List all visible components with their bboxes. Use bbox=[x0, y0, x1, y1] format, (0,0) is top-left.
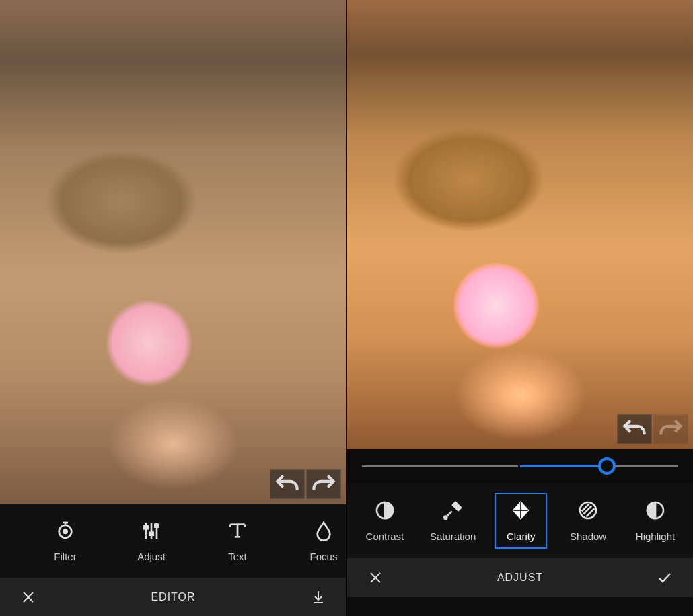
redo-button[interactable] bbox=[653, 414, 688, 444]
editor-pane: Filter Adjust Text Focus EDITOR bbox=[0, 0, 346, 616]
contrast-tool[interactable]: Contrast bbox=[359, 493, 411, 549]
contrast-icon bbox=[374, 500, 396, 521]
shadow-tool[interactable]: Shadow bbox=[562, 493, 614, 549]
image-canvas[interactable] bbox=[0, 0, 346, 504]
tool-label: Adjust bbox=[137, 551, 166, 562]
eyedropper-icon bbox=[442, 500, 464, 521]
saturation-tool[interactable]: Saturation bbox=[426, 493, 480, 549]
photo-preview bbox=[347, 0, 693, 449]
mode-title: EDITOR bbox=[42, 591, 305, 603]
mode-title: ADJUST bbox=[389, 572, 651, 584]
tool-label: Clarity bbox=[507, 531, 536, 542]
svg-point-12 bbox=[444, 516, 447, 518]
filter-icon bbox=[54, 520, 76, 541]
confirm-button[interactable] bbox=[651, 570, 678, 586]
tool-label: Text bbox=[228, 551, 247, 562]
highlight-tool[interactable]: Highlight bbox=[629, 493, 682, 549]
tool-label: Focus bbox=[310, 551, 338, 562]
editor-tool-row: Filter Adjust Text Focus bbox=[0, 504, 346, 578]
svg-rect-5 bbox=[144, 527, 147, 529]
sliders-icon bbox=[141, 520, 162, 541]
download-button[interactable] bbox=[305, 589, 332, 605]
clarity-tool[interactable]: Clarity bbox=[495, 493, 547, 549]
slider-track bbox=[362, 465, 678, 467]
slider-thumb[interactable] bbox=[598, 457, 616, 475]
cancel-button[interactable] bbox=[362, 570, 389, 586]
undo-button[interactable] bbox=[270, 469, 305, 499]
shadow-icon bbox=[577, 500, 599, 521]
text-tool[interactable]: Text bbox=[211, 513, 264, 569]
drop-icon bbox=[313, 520, 334, 541]
editor-bottom-bar: EDITOR bbox=[0, 578, 346, 616]
download-icon bbox=[310, 589, 326, 605]
svg-point-1 bbox=[63, 529, 68, 535]
redo-button[interactable] bbox=[306, 469, 341, 499]
adjust-slider[interactable] bbox=[347, 449, 693, 483]
svg-rect-6 bbox=[149, 533, 153, 535]
clarity-icon bbox=[510, 500, 532, 521]
check-icon bbox=[657, 570, 673, 586]
text-icon bbox=[227, 520, 248, 541]
undo-button[interactable] bbox=[617, 414, 652, 444]
filter-tool[interactable]: Filter bbox=[39, 513, 92, 569]
tool-label: Filter bbox=[54, 551, 76, 562]
close-icon bbox=[20, 589, 36, 605]
adjust-bottom-bar: ADJUST bbox=[347, 558, 693, 597]
svg-rect-7 bbox=[155, 525, 158, 527]
history-controls bbox=[617, 414, 688, 444]
adjust-pane: Contrast Saturation Clarity Shadow Highl… bbox=[346, 0, 693, 616]
tool-label: Saturation bbox=[430, 531, 476, 542]
image-canvas[interactable] bbox=[347, 0, 693, 449]
photo-preview bbox=[0, 0, 346, 504]
tool-label: Shadow bbox=[570, 531, 606, 542]
focus-tool[interactable]: Focus bbox=[297, 513, 350, 569]
close-button[interactable] bbox=[15, 589, 42, 605]
adjust-tool[interactable]: Adjust bbox=[125, 513, 178, 569]
tool-label: Highlight bbox=[636, 531, 675, 542]
tool-label: Contrast bbox=[366, 531, 404, 542]
history-controls bbox=[270, 469, 341, 499]
close-icon bbox=[367, 570, 384, 586]
highlight-icon bbox=[645, 500, 666, 521]
adjust-tool-row: Contrast Saturation Clarity Shadow Highl… bbox=[347, 483, 693, 558]
slider-active bbox=[520, 465, 607, 467]
